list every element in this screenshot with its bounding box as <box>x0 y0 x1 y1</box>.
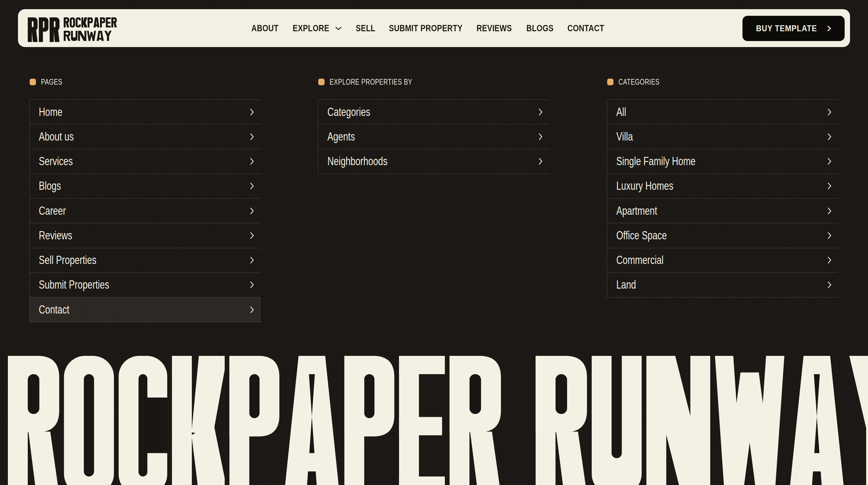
giant-text-glyphs <box>8 356 868 485</box>
nav-item-sell[interactable]: SELL <box>356 23 380 33</box>
link-row-land[interactable]: Land <box>607 273 838 297</box>
link-row-luxury-homes[interactable]: Luxury Homes <box>607 174 838 199</box>
chevron-right-icon <box>250 182 254 190</box>
chevron-right-icon <box>828 109 831 116</box>
link-row-single-family-home[interactable]: Single Family Home <box>607 149 838 174</box>
column-link-list: All Villa Single Family Home Luxury Home… <box>607 99 838 297</box>
chevron-right-icon <box>828 281 831 288</box>
link-row-villa[interactable]: Villa <box>607 124 838 149</box>
link-label: Villa <box>616 130 633 143</box>
link-row-apartment[interactable]: Apartment <box>607 199 838 223</box>
chevron-right-icon <box>539 158 542 165</box>
link-row-contact[interactable]: Contact <box>30 297 261 322</box>
chevron-right-icon <box>250 207 254 215</box>
link-row-home[interactable]: Home <box>30 100 261 124</box>
chevron-right-icon <box>539 133 542 140</box>
orange-square-bullet-icon <box>30 79 36 85</box>
arrow-right-icon <box>827 26 831 31</box>
nav-item-explore[interactable]: EXPLORE <box>293 23 337 33</box>
link-row-about-us[interactable]: About us <box>30 124 261 149</box>
link-label: Home <box>39 106 62 119</box>
link-label: Contact <box>39 303 69 316</box>
orange-square-bullet-icon <box>607 79 614 85</box>
link-label: Luxury Homes <box>616 179 673 193</box>
top-navigation-bar: ABOUTEXPLORESELLSUBMIT PROPERTYREVIEWSBL… <box>18 9 850 47</box>
buy-template-button[interactable]: BUY TEMPLATE <box>742 16 845 41</box>
link-row-agents[interactable]: Agents <box>318 124 550 149</box>
chevron-right-icon <box>250 158 254 165</box>
link-row-commercial[interactable]: Commercial <box>607 248 838 273</box>
link-label: Sell Properties <box>39 254 96 267</box>
chevron-right-icon <box>828 207 831 215</box>
column-title: EXPLORE PROPERTIES BY <box>330 77 412 87</box>
chevron-right-icon <box>828 133 831 140</box>
link-label: All <box>616 106 626 119</box>
chevron-right-icon <box>828 232 831 239</box>
chevron-down-icon <box>335 27 342 30</box>
link-row-sell-properties[interactable]: Sell Properties <box>30 248 261 273</box>
chevron-right-icon <box>828 158 831 165</box>
main-nav: ABOUTEXPLORESELLSUBMIT PROPERTYREVIEWSBL… <box>18 9 850 47</box>
page: ABOUTEXPLORESELLSUBMIT PROPERTYREVIEWSBL… <box>0 0 868 485</box>
column-header: EXPLORE PROPERTIES BY <box>318 79 440 85</box>
link-label: Blogs <box>39 179 61 193</box>
link-label: Commercial <box>616 254 663 267</box>
link-row-career[interactable]: Career <box>30 199 261 223</box>
nav-item-reviews[interactable]: REVIEWS <box>476 23 520 33</box>
column-header: PAGES <box>30 79 69 85</box>
link-row-neighborhoods[interactable]: Neighborhoods <box>318 149 550 174</box>
link-label: Reviews <box>39 229 72 242</box>
link-label: Career <box>39 204 66 218</box>
nav-item-blogs[interactable]: BLOGS <box>526 23 560 33</box>
column-title: PAGES <box>41 77 62 87</box>
orange-square-bullet-icon <box>318 79 324 85</box>
link-label: Categories <box>328 106 370 119</box>
link-row-office-space[interactable]: Office Space <box>607 223 838 248</box>
link-label: Land <box>616 278 636 291</box>
link-label: Office Space <box>616 229 667 242</box>
chevron-right-icon <box>250 257 254 264</box>
nav-item-submit-property[interactable]: SUBMIT PROPERTY <box>389 23 479 33</box>
nav-item-contact[interactable]: CONTACT <box>567 23 612 33</box>
link-row-submit-properties[interactable]: Submit Properties <box>30 273 261 297</box>
link-row-blogs[interactable]: Blogs <box>30 174 261 199</box>
giant-brand-text <box>0 356 868 485</box>
link-row-all[interactable]: All <box>607 100 838 124</box>
nav-item-about[interactable]: ABOUT <box>251 23 284 33</box>
column-link-list: Home About us Services Blogs Career Revi… <box>29 99 261 322</box>
link-row-categories[interactable]: Categories <box>318 100 550 124</box>
chevron-right-icon <box>828 182 831 190</box>
column-title: CATEGORIES <box>619 77 659 87</box>
link-label: Submit Properties <box>39 278 109 291</box>
buy-template-label: BUY TEMPLATE <box>756 23 817 33</box>
link-row-reviews[interactable]: Reviews <box>30 223 261 248</box>
chevron-right-icon <box>539 109 542 116</box>
link-row-services[interactable]: Services <box>30 149 261 174</box>
chevron-right-icon <box>250 109 254 116</box>
chevron-right-icon <box>250 306 254 313</box>
chevron-right-icon <box>250 232 254 239</box>
chevron-right-icon <box>250 281 254 288</box>
link-label: Apartment <box>616 204 657 218</box>
link-label: Single Family Home <box>616 155 695 168</box>
chevron-right-icon <box>828 257 831 264</box>
column-header: CATEGORIES <box>607 79 673 85</box>
link-label: Agents <box>328 130 355 143</box>
link-label: Neighborhoods <box>328 155 387 168</box>
link-label: About us <box>39 130 74 143</box>
chevron-right-icon <box>250 133 254 140</box>
link-label: Services <box>39 155 73 168</box>
column-link-list: Categories Agents Neighborhoods <box>318 99 550 174</box>
